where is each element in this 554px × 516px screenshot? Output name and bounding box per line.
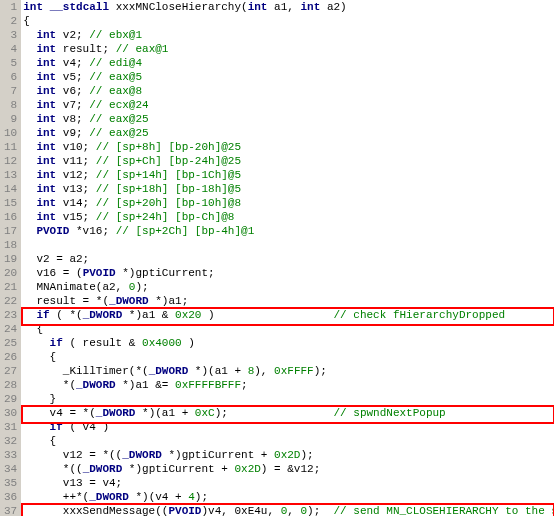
line-number-gutter: 1 2 3 4 5 6 7 8 9 10 11 12 13 14 15 16 1… [0,0,21,516]
line-number: 37 [4,504,17,516]
line-number: 9 [4,112,17,126]
code-line[interactable]: int __stdcall xxxMNCloseHierarchy(int a1… [23,0,554,14]
code-line[interactable]: if ( *(_DWORD *)a1 & 0x20 ) // check fHi… [23,308,554,322]
code-line[interactable]: int v5; // eax@5 [23,70,554,84]
line-number: 10 [4,126,17,140]
code-line[interactable]: if ( result & 0x4000 ) [23,336,554,350]
line-number: 30 [4,406,17,420]
code-line[interactable]: int v4; // edi@4 [23,56,554,70]
code-line[interactable]: *(_DWORD *)a1 &= 0xFFFFBFFF; [23,378,554,392]
line-number: 20 [4,266,17,280]
code-line[interactable]: ++*(_DWORD *)(v4 + 4); [23,490,554,504]
code-line[interactable]: MNAnimate(a2, 0); [23,280,554,294]
line-number: 17 [4,224,17,238]
line-number: 16 [4,210,17,224]
line-number: 4 [4,42,17,56]
code-line[interactable]: { [23,322,554,336]
code-line[interactable]: v12 = *((_DWORD *)gptiCurrent + 0x2D); [23,448,554,462]
line-number: 33 [4,448,17,462]
code-line[interactable]: result = *(_DWORD *)a1; [23,294,554,308]
line-number: 5 [4,56,17,70]
line-number: 12 [4,154,17,168]
code-line[interactable]: if ( v4 ) [23,420,554,434]
code-line[interactable]: { [23,14,554,28]
code-line[interactable]: int v7; // ecx@24 [23,98,554,112]
code-line[interactable]: v2 = a2; [23,252,554,266]
line-number: 15 [4,196,17,210]
line-number: 21 [4,280,17,294]
code-line[interactable]: int v15; // [sp+24h] [bp-Ch]@8 [23,210,554,224]
code-line[interactable]: int v2; // ebx@1 [23,28,554,42]
line-number: 35 [4,476,17,490]
line-number: 6 [4,70,17,84]
line-number: 14 [4,182,17,196]
code-line[interactable]: int result; // eax@1 [23,42,554,56]
line-number: 13 [4,168,17,182]
line-number: 27 [4,364,17,378]
line-number: 2 [4,14,17,28]
line-number: 31 [4,420,17,434]
code-line[interactable]: int v13; // [sp+18h] [bp-18h]@5 [23,182,554,196]
line-number: 26 [4,350,17,364]
code-line[interactable]: PVOID *v16; // [sp+2Ch] [bp-4h]@1 [23,224,554,238]
line-number: 29 [4,392,17,406]
line-number: 36 [4,490,17,504]
line-number: 34 [4,462,17,476]
code-line[interactable]: v13 = v4; [23,476,554,490]
code-line[interactable]: } [23,392,554,406]
code-line[interactable] [23,238,554,252]
code-line[interactable]: int v6; // eax@8 [23,84,554,98]
line-number: 1 [4,0,17,14]
code-line[interactable]: int v11; // [sp+Ch] [bp-24h]@25 [23,154,554,168]
line-number: 32 [4,434,17,448]
line-number: 11 [4,140,17,154]
line-number: 18 [4,238,17,252]
line-number: 24 [4,322,17,336]
code-area[interactable]: FREEBUF int __stdcall xxxMNCloseHierarch… [21,0,554,516]
code-line[interactable]: xxxSendMessage((PVOID)v4, 0xE4u, 0, 0); … [23,504,554,516]
code-line[interactable]: int v8; // eax@25 [23,112,554,126]
code-line[interactable]: int v14; // [sp+20h] [bp-10h]@8 [23,196,554,210]
code-line[interactable]: _KillTimer(*(_DWORD *)(a1 + 8), 0xFFFF); [23,364,554,378]
ida-pseudocode-view: 1 2 3 4 5 6 7 8 9 10 11 12 13 14 15 16 1… [0,0,554,516]
code-line[interactable]: { [23,350,554,364]
line-number: 23 [4,308,17,322]
line-number: 25 [4,336,17,350]
line-number: 7 [4,84,17,98]
code-line[interactable]: { [23,434,554,448]
line-number: 8 [4,98,17,112]
line-number: 3 [4,28,17,42]
code-line[interactable]: int v12; // [sp+14h] [bp-1Ch]@5 [23,168,554,182]
code-line[interactable]: v16 = (PVOID *)gptiCurrent; [23,266,554,280]
line-number: 19 [4,252,17,266]
code-line[interactable]: int v10; // [sp+8h] [bp-20h]@25 [23,140,554,154]
code-line[interactable]: int v9; // eax@25 [23,126,554,140]
code-line[interactable]: *((_DWORD *)gptiCurrent + 0x2D) = &v12; [23,462,554,476]
line-number: 22 [4,294,17,308]
code-line[interactable]: v4 = *(_DWORD *)(a1 + 0xC); // spwndNext… [23,406,554,420]
line-number: 28 [4,378,17,392]
